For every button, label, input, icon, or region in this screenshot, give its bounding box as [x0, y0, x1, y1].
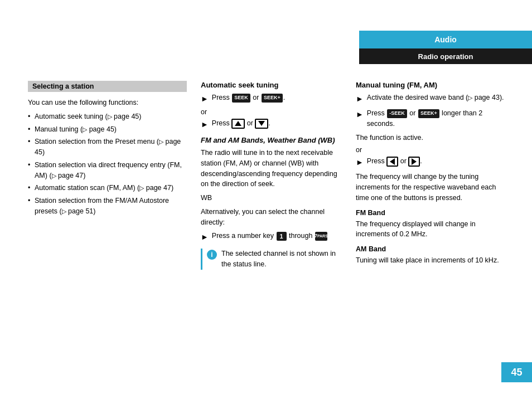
up-btn: [231, 119, 245, 129]
arrow-item-lr-arrows: ► Press or .: [356, 156, 506, 168]
triangle-left-icon: [390, 158, 395, 165]
triangle-up-icon: [235, 121, 241, 126]
arrow-item-activate: ► Activate the desired wave band (▷ page…: [356, 93, 506, 105]
press-arrow-label: Press or .: [212, 118, 270, 129]
seek-longer-text: Press -SEEK or SEEK+ longer than 2 secon…: [367, 108, 506, 129]
seek-btn-2: SEEK+: [262, 94, 283, 103]
header-radio-band: Radio operation: [359, 48, 532, 64]
function-active-text: The function is active.: [356, 133, 506, 143]
down-btn: [255, 119, 268, 129]
num-key-1: 1: [277, 232, 287, 241]
header-radio-label: Radio operation: [418, 52, 473, 61]
manual-tuning-heading: Manual tuning (FM, AM): [356, 81, 506, 89]
am-band-heading: AM Band: [356, 245, 506, 253]
right-column: Manual tuning (FM, AM) ► Activate the de…: [356, 81, 506, 269]
alt-text: Alternatively, you can select the channe…: [201, 207, 343, 228]
header-audio-label: Audio: [434, 35, 457, 44]
arrow-icon-6: ►: [356, 157, 364, 168]
list-item: Station selection via direct frequency e…: [28, 160, 187, 181]
page-number-text: 45: [511, 367, 522, 378]
right-btn: [408, 157, 420, 167]
fm-am-wb-body: The radio will tune in to the next recei…: [201, 148, 343, 189]
press-seek-label: Press SEEK or SEEK+.: [212, 93, 285, 103]
activate-text: Activate the desired wave band (▷ page 4…: [367, 93, 504, 103]
arrow-icon-5: ►: [356, 109, 364, 120]
or-label-1: or: [201, 108, 343, 116]
list-item: Station selection from the Preset menu (…: [28, 137, 187, 158]
arrow-icon-4: ►: [356, 93, 364, 105]
fm-band-text: The frequency displayed will change in i…: [356, 219, 506, 240]
arrow-icon-3: ►: [201, 231, 209, 243]
middle-column: Automatic seek tuning ► Press SEEK or SE…: [201, 81, 343, 275]
num-key-7: 7PARS: [315, 232, 327, 241]
arrow-item-seek-longer: ► Press -SEEK or SEEK+ longer than 2 sec…: [356, 108, 506, 129]
fm-am-wb-heading: FM and AM Bands, Weather Band (WB): [201, 136, 343, 144]
left-column: Selecting a station You can use the foll…: [28, 81, 187, 219]
triangle-down-icon: [258, 121, 265, 126]
fm-band-heading: FM Band: [356, 209, 506, 217]
list-item: Station selection from the FM/AM Autosto…: [28, 196, 187, 217]
arrow-item-seek2: ► Press or .: [201, 118, 343, 130]
press-number-label: Press a number key 1 through 7PARS: [212, 231, 328, 241]
list-item: Automatic station scan (FM, AM) (▷ page …: [28, 183, 187, 193]
info-block: i The selected channel is not shown in t…: [201, 249, 343, 270]
features-list: Automatic seek tuning (▷ page 45) Manual…: [28, 111, 187, 217]
or-label-2: or: [356, 146, 506, 154]
header-audio-band: Audio: [359, 31, 532, 48]
wb-label: WB: [201, 193, 343, 203]
seek-btn-plus2: SEEK+: [418, 109, 439, 118]
page-number: 45: [501, 362, 532, 382]
list-item: Automatic seek tuning (▷ page 45): [28, 111, 187, 122]
section-title: Selecting a station: [28, 81, 187, 92]
triangle-right-icon: [412, 158, 417, 165]
press-lr-arrows: Press or .: [367, 156, 422, 167]
arrow-icon-2: ►: [201, 119, 209, 130]
freq-change-text: The frequency will change by the tuning …: [356, 172, 506, 203]
seek-btn-1: SEEK: [232, 94, 250, 103]
arrow-icon-1: ►: [201, 93, 209, 105]
info-text: The selected channel is not shown in the…: [221, 249, 343, 270]
list-item: Manual tuning (▷ page 45): [28, 124, 187, 135]
am-band-text: Tuning will take place in increments of …: [356, 255, 506, 266]
page-container: Audio Radio operation Selecting a statio…: [0, 0, 532, 399]
left-btn: [386, 157, 398, 167]
arrow-item-number: ► Press a number key 1 through 7PARS: [201, 231, 343, 243]
info-icon: i: [207, 250, 217, 260]
arrow-item-seek1: ► Press SEEK or SEEK+.: [201, 93, 343, 105]
auto-seek-heading: Automatic seek tuning: [201, 81, 343, 89]
intro-text: You can use the following functions:: [28, 98, 187, 108]
seek-btn-neg: -SEEK: [387, 109, 407, 118]
